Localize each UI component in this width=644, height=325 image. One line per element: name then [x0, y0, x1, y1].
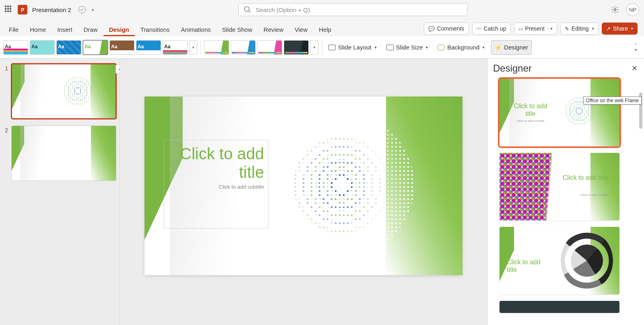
tab-design[interactable]: Design: [103, 22, 135, 36]
share-label: Share: [613, 25, 628, 32]
user-avatar[interactable]: NP: [626, 3, 639, 16]
comments-label: Comments: [437, 25, 464, 32]
powerpoint-icon: P: [18, 5, 27, 14]
search-input[interactable]: [256, 6, 462, 13]
slide-number: 2: [3, 125, 8, 181]
catchup-icon: [477, 25, 481, 32]
designer-title: Designer: [493, 63, 532, 74]
theme-thumb[interactable]: Aa: [109, 40, 134, 55]
subtitle-text[interactable]: Click to add subtitle: [168, 184, 264, 190]
tab-slideshow[interactable]: Slide Show: [217, 22, 258, 36]
tab-draw[interactable]: Draw: [78, 22, 103, 36]
tooltip: Office on the web Frame: [583, 97, 642, 105]
search-icon: [244, 6, 252, 14]
design-suggestion-1[interactable]: Click to add title Click to add subtitle: [500, 79, 619, 146]
variant-thumb[interactable]: [284, 40, 309, 55]
variants-gallery: ▾: [204, 40, 322, 55]
background-icon: [438, 45, 445, 50]
present-icon: [518, 25, 523, 32]
title-placeholder[interactable]: Click to add title Click to add subtitle: [164, 140, 268, 228]
pencil-icon: [565, 25, 569, 32]
app-launcher-icon[interactable]: [5, 6, 13, 14]
present-label: Present: [525, 25, 545, 32]
slide-thumbnail-1[interactable]: [11, 64, 116, 119]
editing-mode-button[interactable]: Editing▾: [560, 23, 599, 35]
theme-thumb[interactable]: Aa: [3, 40, 28, 55]
tab-insert[interactable]: Insert: [52, 22, 78, 36]
card-title: Click to add title: [560, 174, 608, 181]
search-box[interactable]: [238, 3, 468, 16]
svg-point-2: [614, 9, 616, 11]
title-dropdown-icon[interactable]: ▾: [91, 8, 95, 12]
designer-suggestions-list[interactable]: Click to add title Click to add subtitle…: [487, 76, 644, 325]
theme-thumb[interactable]: Aa: [136, 40, 161, 55]
design-suggestion-2[interactable]: Click to add title Click to add subtitle: [500, 153, 619, 220]
designer-icon: ⚡: [495, 44, 502, 51]
title-text[interactable]: Click to add title: [168, 144, 264, 181]
card-subtitle: Click to add subtitle: [560, 193, 608, 197]
tab-home[interactable]: Home: [24, 22, 52, 36]
slide-number: 1: [3, 64, 8, 119]
design-ribbon: Aa Aa Aa Aa Aa Aa Aa ▾ ▾ Slide Layout▾ S…: [0, 36, 644, 59]
designer-header: Designer ✕: [487, 59, 644, 76]
ribbon-overflow-icon[interactable]: ⌃▾: [633, 43, 641, 52]
theme-thumb-selected[interactable]: Aa: [83, 40, 108, 55]
editing-dropdown-icon[interactable]: ▾: [592, 27, 594, 31]
designer-label: Designer: [504, 44, 528, 51]
tab-help[interactable]: Help: [313, 22, 337, 36]
variants-more-icon[interactable]: ▾: [310, 40, 318, 55]
tab-view[interactable]: View: [289, 22, 313, 36]
catch-up-button[interactable]: Catch up: [472, 23, 511, 35]
themes-more-icon[interactable]: ▾: [189, 40, 197, 55]
slide-thumbnail-panel: ⇤ 1 2: [0, 59, 120, 325]
theme-thumb[interactable]: Aa: [163, 40, 188, 55]
catchup-label: Catch up: [484, 25, 506, 32]
present-button[interactable]: Present▾: [514, 23, 557, 35]
document-title[interactable]: Presentation 2: [32, 6, 71, 13]
slide-layout-button[interactable]: Slide Layout▾: [325, 40, 380, 55]
design-suggestion-3[interactable]: Click to add title: [500, 227, 619, 294]
editing-label: Editing: [572, 25, 589, 32]
design-suggestion-4[interactable]: [500, 301, 619, 313]
chevron-down-icon: ▾: [483, 45, 485, 49]
chevron-down-icon: ▾: [375, 45, 377, 49]
work-area: ⇤ 1 2 Click to add title Click to add su…: [0, 59, 644, 325]
layout-icon: [328, 45, 336, 50]
chevron-down-icon: ▾: [426, 45, 428, 49]
svg-line-1: [249, 11, 251, 13]
slide-size-label: Slide Size: [396, 44, 423, 51]
saved-to-cloud-icon[interactable]: [78, 6, 86, 13]
theme-thumb[interactable]: Aa: [56, 40, 81, 55]
variant-thumb[interactable]: [257, 40, 282, 55]
slide-size-button[interactable]: Slide Size▾: [383, 40, 431, 55]
slide-canvas[interactable]: Click to add title Click to add subtitle: [144, 97, 462, 275]
settings-icon[interactable]: [611, 6, 619, 14]
comments-button[interactable]: Comments: [424, 23, 469, 35]
background-button[interactable]: Background▾: [434, 40, 488, 55]
slide-row: 2: [3, 125, 116, 181]
share-button[interactable]: Share▾: [602, 23, 638, 35]
slide-editor[interactable]: Click to add title Click to add subtitle: [120, 59, 487, 325]
tab-file[interactable]: File: [3, 22, 24, 36]
pixel-art-graphic: [500, 153, 552, 220]
card-title: Click to add title: [507, 258, 551, 274]
tab-transitions[interactable]: Transitions: [135, 22, 175, 36]
variant-thumb[interactable]: [231, 40, 256, 55]
close-icon[interactable]: ✕: [630, 64, 638, 72]
slide-layout-label: Slide Layout: [338, 44, 372, 51]
theme-thumb[interactable]: Aa: [30, 40, 55, 55]
ribbon-tabs: File Home Insert Draw Design Transitions…: [0, 19, 644, 36]
variant-thumb[interactable]: [204, 40, 229, 55]
collapse-panel-icon[interactable]: ⇤: [116, 64, 120, 74]
present-dropdown-icon[interactable]: ▾: [548, 27, 553, 31]
designer-button[interactable]: ⚡Designer: [491, 40, 532, 55]
size-icon: [386, 45, 394, 50]
dotted-circle-graphic: [269, 113, 414, 257]
tab-review[interactable]: Review: [258, 22, 289, 36]
tab-animations[interactable]: Animations: [175, 22, 217, 36]
share-icon: [606, 25, 611, 32]
card-subtitle: Click to add subtitle: [508, 119, 553, 123]
svg-point-0: [245, 7, 250, 12]
slide-thumbnail-2[interactable]: [11, 125, 116, 181]
share-dropdown-icon[interactable]: ▾: [631, 27, 633, 31]
